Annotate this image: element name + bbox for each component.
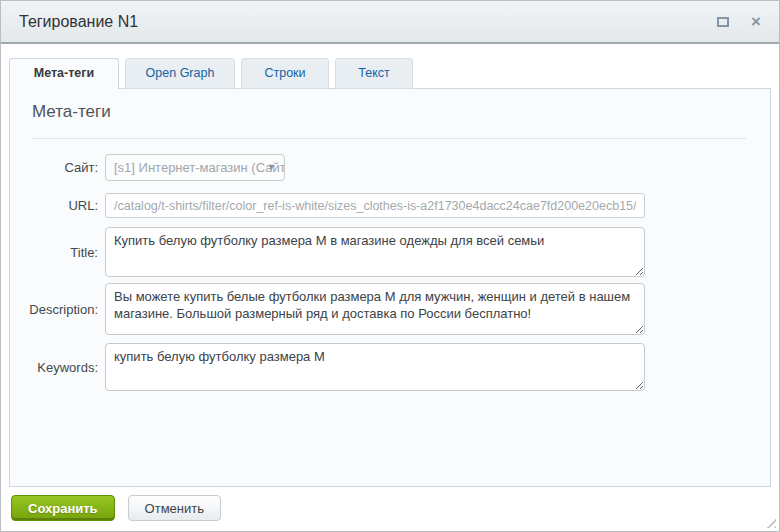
tab-text[interactable]: Текст: [335, 58, 413, 89]
chevron-down-icon: ▼: [267, 155, 276, 180]
section-heading: Мета-теги: [32, 102, 111, 122]
section-divider: [32, 138, 746, 139]
url-input[interactable]: [105, 193, 645, 218]
title-label: Title:: [10, 245, 105, 260]
meta-tags-panel: Мета-теги Сайт: [s1] Интернет-магазин (С…: [9, 88, 771, 487]
dialog-title: Тегирование N1: [19, 1, 138, 42]
title-textarea[interactable]: Купить белую футболку размера М в магази…: [105, 227, 645, 277]
tab-bar: Мета-теги Open Graph Строки Текст: [9, 58, 413, 89]
description-textarea[interactable]: Вы можете купить белые футболки размера …: [105, 283, 645, 335]
keywords-row: Keywords: купить белую футболку размера …: [10, 343, 645, 391]
description-row: Description: Вы можете купить белые футб…: [10, 283, 645, 335]
tagging-dialog: Тегирование N1 × Мета-теги Open Graph Ст…: [0, 0, 780, 532]
keywords-label: Keywords:: [10, 360, 105, 375]
site-select-value: [s1] Интернет-магазин (Сайт: [114, 160, 285, 175]
save-button[interactable]: Сохранить: [11, 495, 115, 521]
site-row: Сайт: [s1] Интернет-магазин (Сайт ▼: [10, 154, 285, 181]
tab-strings[interactable]: Строки: [241, 58, 329, 89]
title-row: Title: Купить белую футболку размера М в…: [10, 227, 645, 277]
dialog-footer: Сохранить Отменить: [11, 495, 221, 521]
url-row: URL:: [10, 193, 645, 218]
resize-grip[interactable]: [763, 515, 776, 528]
keywords-textarea[interactable]: купить белую футболку размера М: [105, 343, 645, 391]
description-label: Description:: [10, 302, 105, 317]
tab-meta-tags[interactable]: Мета-теги: [9, 58, 119, 89]
cancel-button[interactable]: Отменить: [128, 495, 221, 521]
site-label: Сайт:: [10, 160, 105, 175]
close-icon[interactable]: ×: [751, 13, 761, 30]
maximize-icon[interactable]: [717, 17, 729, 27]
window-controls: ×: [717, 1, 761, 42]
dialog-titlebar: Тегирование N1 ×: [1, 1, 779, 44]
tab-open-graph[interactable]: Open Graph: [125, 58, 235, 89]
site-select: [s1] Интернет-магазин (Сайт ▼: [105, 154, 285, 181]
url-label: URL:: [10, 198, 105, 213]
